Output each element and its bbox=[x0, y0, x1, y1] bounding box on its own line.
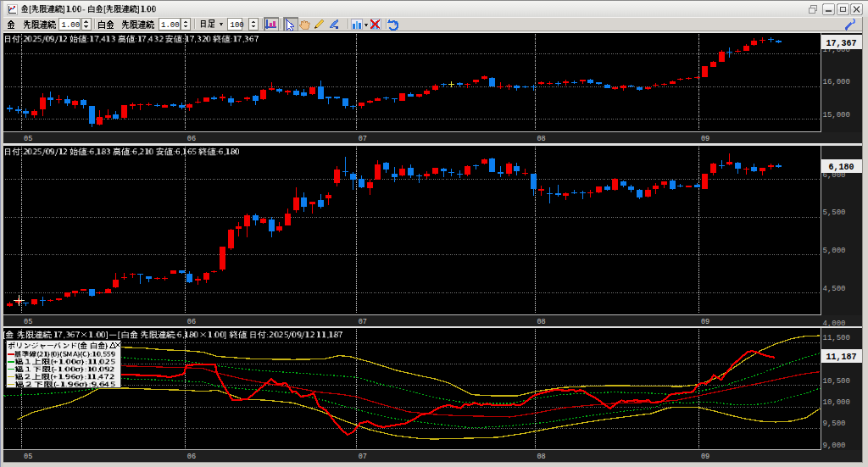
svg-text:10,000: 10,000 bbox=[823, 398, 850, 407]
svg-text:6,180: 6,180 bbox=[828, 163, 854, 172]
svg-text:15,000: 15,000 bbox=[823, 111, 850, 120]
svg-text:5,500: 5,500 bbox=[823, 208, 846, 217]
svg-text:06: 06 bbox=[187, 318, 196, 326]
svg-text:07: 07 bbox=[359, 453, 367, 461]
svg-text:07: 07 bbox=[359, 318, 367, 326]
svg-text:06: 06 bbox=[187, 453, 196, 461]
svg-text:05: 05 bbox=[24, 318, 32, 326]
svg-text:5,000: 5,000 bbox=[823, 247, 846, 255]
svg-text:05: 05 bbox=[24, 453, 32, 461]
svg-text:11,500: 11,500 bbox=[823, 334, 850, 342]
svg-text:08: 08 bbox=[537, 453, 546, 461]
svg-text:09: 09 bbox=[701, 135, 709, 143]
svg-text:11,187: 11,187 bbox=[826, 353, 856, 362]
svg-text:07: 07 bbox=[359, 135, 367, 143]
svg-text:17,367: 17,367 bbox=[826, 39, 856, 48]
svg-text:05: 05 bbox=[24, 135, 32, 143]
svg-text:08: 08 bbox=[537, 318, 546, 326]
svg-text:09: 09 bbox=[701, 318, 709, 326]
svg-text:9,500: 9,500 bbox=[823, 420, 846, 428]
svg-text:1.00: 1.00 bbox=[161, 21, 180, 30]
svg-text:10,500: 10,500 bbox=[823, 377, 850, 386]
svg-text:1.00: 1.00 bbox=[62, 21, 81, 30]
svg-text:06: 06 bbox=[187, 135, 196, 143]
svg-text:16,000: 16,000 bbox=[823, 78, 850, 86]
svg-text:4,500: 4,500 bbox=[823, 285, 846, 293]
svg-text:100: 100 bbox=[231, 21, 244, 30]
svg-text:09: 09 bbox=[701, 453, 709, 461]
svg-text:08: 08 bbox=[537, 135, 546, 143]
svg-text:9,000: 9,000 bbox=[823, 442, 846, 450]
svg-text:4,000: 4,000 bbox=[823, 320, 846, 328]
